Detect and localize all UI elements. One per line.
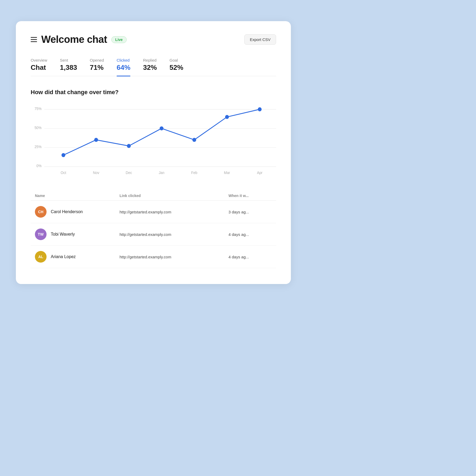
tabs-bar: Overview Chat Sent 1,383 Opened 71% Clic… [31, 58, 276, 76]
tab-clicked-label: Clicked [117, 58, 130, 62]
link-carol: http://getstarted.examply.com [120, 210, 228, 214]
chart-dot-feb [192, 138, 196, 142]
chart-dot-dec [127, 144, 131, 148]
time-carol: 3 days ag... [228, 210, 276, 214]
tab-opened-label: Opened [90, 58, 104, 62]
svg-text:25%: 25% [34, 145, 42, 149]
chart-dot-jan [160, 126, 163, 130]
tab-sent-label: Sent [60, 58, 68, 62]
table-row: AL Ariana Lopez http://getstarted.exampl… [31, 246, 276, 268]
menu-icon[interactable] [31, 37, 37, 42]
svg-text:Dec: Dec [126, 171, 132, 175]
avatar-carol: CH [35, 206, 47, 218]
chart-section: How did that change over time? 75% 50% 2… [31, 89, 276, 178]
name-cell-3: AL Ariana Lopez [35, 251, 120, 263]
name-cell-2: TW Tobi Waverly [35, 228, 120, 240]
chart-title: How did that change over time? [31, 89, 276, 96]
svg-text:Mar: Mar [224, 171, 230, 175]
table-row: CH Carol Henderson http://getstarted.exa… [31, 201, 276, 223]
tab-goal-value: 52% [170, 63, 183, 72]
svg-text:Jan: Jan [159, 171, 164, 175]
name-cell-1: CH Carol Henderson [35, 206, 120, 218]
tab-goal-label: Goal [170, 58, 178, 62]
tab-overview-value: Chat [31, 63, 46, 72]
svg-text:0%: 0% [36, 164, 42, 168]
tab-goal[interactable]: Goal 52% [170, 58, 183, 76]
time-tobi: 4 days ag... [228, 232, 276, 237]
svg-text:75%: 75% [34, 107, 42, 111]
svg-text:Apr: Apr [257, 171, 263, 175]
table-row: TW Tobi Waverly http://getstarted.exampl… [31, 223, 276, 246]
tab-opened[interactable]: Opened 71% [90, 58, 104, 76]
svg-text:Nov: Nov [93, 171, 99, 175]
chart-dot-mar [225, 115, 229, 119]
link-ariana: http://getstarted.examply.com [120, 255, 228, 259]
col-name: Name [35, 194, 120, 198]
user-name-tobi: Tobi Waverly [51, 232, 75, 237]
user-name-ariana: Ariana Lopez [51, 254, 76, 259]
table-section: Name Link clicked When it w... CH Carol … [31, 191, 276, 268]
tab-replied[interactable]: Replied 32% [143, 58, 157, 76]
svg-text:Feb: Feb [191, 171, 197, 175]
tab-replied-value: 32% [143, 63, 157, 72]
tab-replied-label: Replied [143, 58, 157, 62]
tab-overview[interactable]: Overview Chat [31, 58, 47, 76]
tab-sent-value: 1,383 [60, 63, 77, 72]
chart-svg: 75% 50% 25% 0% Oct Nov Dec Jan Feb Mar A… [31, 104, 276, 178]
live-badge: Live [111, 36, 127, 43]
link-tobi: http://getstarted.examply.com [120, 232, 228, 237]
header: Welcome chat Live Export CSV [31, 34, 276, 45]
avatar-ariana: AL [35, 251, 47, 263]
avatar-tobi: TW [35, 228, 47, 240]
header-left: Welcome chat Live [31, 34, 127, 45]
col-when: When it w... [228, 194, 276, 198]
tab-sent[interactable]: Sent 1,383 [60, 58, 77, 76]
user-name-carol: Carol Henderson [51, 209, 83, 214]
chart-dot-nov [94, 138, 98, 142]
export-csv-button[interactable]: Export CSV [244, 34, 276, 45]
page-title: Welcome chat [41, 34, 107, 45]
table-header: Name Link clicked When it w... [31, 191, 276, 201]
svg-text:Oct: Oct [61, 171, 66, 175]
svg-text:50%: 50% [34, 126, 42, 130]
col-link: Link clicked [120, 194, 228, 198]
tab-opened-value: 71% [90, 63, 104, 72]
chart-dot-apr [258, 107, 262, 111]
tab-clicked-value: 64% [117, 63, 130, 72]
time-ariana: 4 days ag... [228, 255, 276, 259]
chart-dot-oct [62, 153, 65, 157]
main-card: Welcome chat Live Export CSV Overview Ch… [16, 21, 291, 284]
chart-container: 75% 50% 25% 0% Oct Nov Dec Jan Feb Mar A… [31, 104, 276, 178]
tab-overview-label: Overview [31, 58, 47, 62]
tab-clicked[interactable]: Clicked 64% [117, 58, 130, 76]
